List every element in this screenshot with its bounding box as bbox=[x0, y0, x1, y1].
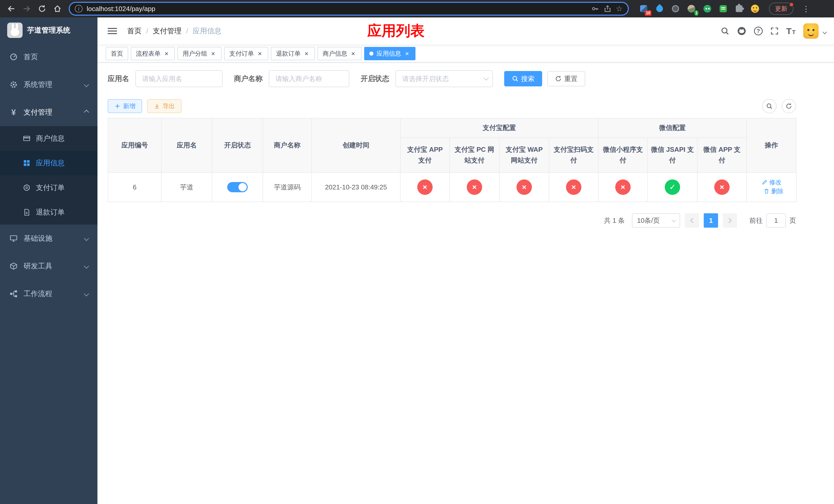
extension-icon-5[interactable] bbox=[702, 3, 713, 14]
sidebar-item-payment[interactable]: ¥ 支付管理 bbox=[0, 98, 97, 126]
extension-icon-3[interactable] bbox=[670, 3, 681, 14]
close-icon[interactable]: × bbox=[257, 50, 263, 57]
sidebar-item-dev-tools[interactable]: 研发工具 bbox=[0, 252, 97, 280]
browser-back-button[interactable] bbox=[5, 3, 18, 15]
reset-button-label: 重置 bbox=[564, 74, 577, 83]
browser-update-button[interactable]: 更新 bbox=[769, 3, 793, 15]
help-icon[interactable]: ? bbox=[754, 27, 763, 36]
add-button[interactable]: 新增 bbox=[108, 99, 142, 113]
merchant-name-input[interactable] bbox=[269, 70, 349, 87]
logo-rabbit-icon bbox=[7, 23, 23, 38]
sidebar-logo[interactable]: 芋道管理系统 bbox=[0, 18, 97, 43]
breadcrumb-payment[interactable]: 支付管理 bbox=[153, 26, 181, 36]
share-icon[interactable] bbox=[603, 5, 612, 13]
prev-page-button[interactable] bbox=[685, 213, 699, 228]
cell-created: 2021-10-23 08:49:25 bbox=[312, 173, 400, 202]
refresh-table-button[interactable] bbox=[782, 99, 796, 113]
sidebar-item-app-info[interactable]: 应用信息 bbox=[0, 151, 97, 175]
edit-link[interactable]: 修改 bbox=[762, 178, 782, 186]
sidebar-item-home[interactable]: 首页 bbox=[0, 43, 97, 71]
extension-badge-green: 1 bbox=[694, 10, 699, 16]
delete-link[interactable]: 删除 bbox=[764, 187, 784, 196]
browser-home-button[interactable] bbox=[51, 3, 64, 15]
tab-merchant-info[interactable]: 商户信息× bbox=[317, 47, 361, 60]
tags-view-bar: 首页 流程表单× 用户分组× 支付订单× 退款订单× 商户信息× 应用信息× bbox=[97, 45, 834, 63]
next-page-button[interactable] bbox=[723, 213, 737, 228]
status-select[interactable] bbox=[395, 70, 493, 87]
toggle-search-button[interactable] bbox=[762, 99, 776, 113]
extension-icon-4[interactable]: 1 bbox=[686, 3, 697, 14]
delete-label: 删除 bbox=[771, 187, 784, 196]
font-size-glyph-large: T bbox=[786, 27, 792, 36]
tab-refund-order[interactable]: 退款订单× bbox=[271, 47, 315, 60]
sidebar-item-workflow[interactable]: 工作流程 bbox=[0, 280, 97, 307]
browser-reload-button[interactable] bbox=[36, 3, 48, 15]
close-icon[interactable]: × bbox=[210, 50, 216, 57]
status-toggle[interactable] bbox=[227, 182, 248, 192]
tab-pay-order[interactable]: 支付订单× bbox=[224, 47, 268, 60]
notes-icon bbox=[720, 5, 727, 12]
reset-button[interactable]: 重置 bbox=[547, 71, 585, 86]
site-info-icon[interactable]: i bbox=[75, 5, 83, 13]
col-alipay-app: 支付宝 APP 支付 bbox=[400, 138, 449, 173]
close-icon[interactable]: × bbox=[350, 50, 356, 57]
breadcrumb-home[interactable]: 首页 bbox=[127, 26, 141, 36]
tab-label: 首页 bbox=[111, 49, 123, 58]
wechat-icon bbox=[703, 5, 711, 13]
sidebar-item-merchant-info[interactable]: 商户信息 bbox=[0, 126, 97, 151]
col-wx-lite: 微信小程序支付 bbox=[598, 138, 648, 173]
tab-process-form[interactable]: 流程表单× bbox=[131, 47, 175, 60]
close-icon[interactable]: × bbox=[163, 50, 170, 57]
sidebar-item-infrastructure[interactable]: 基础设施 bbox=[0, 225, 97, 252]
fullscreen-icon[interactable] bbox=[770, 27, 778, 35]
browser-profile-avatar[interactable] bbox=[749, 3, 761, 14]
menu-label: 应用信息 bbox=[36, 158, 65, 168]
filter-app-name: 应用名 bbox=[108, 70, 223, 87]
goto-page-input[interactable] bbox=[766, 213, 786, 228]
sidebar-item-refund-order[interactable]: 退款订单 bbox=[0, 200, 97, 225]
chevron-left-icon bbox=[690, 218, 695, 223]
group-header-wechat: 微信配置 bbox=[598, 118, 747, 138]
font-size-icon[interactable]: TT bbox=[786, 27, 795, 36]
breadcrumb-current: 应用信息 bbox=[193, 26, 222, 36]
chevron-up-icon bbox=[84, 110, 89, 115]
extension-icon-6[interactable] bbox=[718, 3, 729, 14]
search-icon[interactable] bbox=[721, 27, 729, 36]
close-icon[interactable]: × bbox=[303, 50, 310, 57]
tab-user-group[interactable]: 用户分组× bbox=[177, 47, 222, 60]
flow-icon bbox=[9, 290, 18, 298]
export-button[interactable]: 导出 bbox=[147, 99, 181, 113]
page-number-button[interactable]: 1 bbox=[704, 213, 718, 228]
extension-icon-2[interactable] bbox=[654, 3, 665, 14]
app-table: 应用编号 应用名 开启状态 商户名称 创建时间 支付宝配置 微信配置 操作 支付… bbox=[108, 118, 796, 202]
extension-icon-1[interactable]: 10 bbox=[638, 3, 649, 14]
app-name-input[interactable] bbox=[135, 70, 223, 87]
search-button-label: 搜索 bbox=[521, 74, 534, 83]
status-cross-icon: × bbox=[417, 180, 433, 195]
user-avatar[interactable] bbox=[803, 23, 819, 39]
avatar-ext-icon bbox=[687, 5, 695, 13]
page-size-select[interactable]: 10条/页 bbox=[632, 213, 680, 228]
url-text[interactable]: localhost:1024/pay/app bbox=[87, 5, 155, 13]
address-bar[interactable]: i localhost:1024/pay/app ☆ bbox=[69, 2, 629, 16]
avatar-caret-icon[interactable] bbox=[823, 30, 827, 35]
cell-merchant: 芋道源码 bbox=[263, 173, 312, 202]
browser-menu-icon[interactable]: ⋮ bbox=[801, 4, 811, 13]
extensions-puzzle-icon[interactable] bbox=[733, 3, 745, 14]
close-icon[interactable]: × bbox=[404, 50, 410, 57]
profile-face-icon bbox=[751, 5, 759, 13]
tab-label: 流程表单 bbox=[136, 49, 160, 58]
search-button[interactable]: 搜索 bbox=[504, 71, 542, 86]
tab-app-info[interactable]: 应用信息× bbox=[364, 47, 415, 60]
bookmark-star-icon[interactable]: ☆ bbox=[616, 5, 623, 13]
col-wx-app: 微信 APP 支付 bbox=[697, 138, 747, 173]
hamburger-icon[interactable] bbox=[108, 30, 117, 31]
grid-icon bbox=[23, 159, 31, 167]
password-key-icon[interactable] bbox=[591, 5, 599, 13]
tab-home[interactable]: 首页 bbox=[106, 47, 128, 60]
bank-card-icon bbox=[23, 135, 31, 142]
github-icon[interactable] bbox=[737, 26, 746, 36]
sidebar-item-system[interactable]: 系统管理 bbox=[0, 71, 97, 98]
sidebar-item-pay-order[interactable]: 支付订单 bbox=[0, 175, 97, 200]
browser-forward-button[interactable] bbox=[21, 3, 33, 15]
